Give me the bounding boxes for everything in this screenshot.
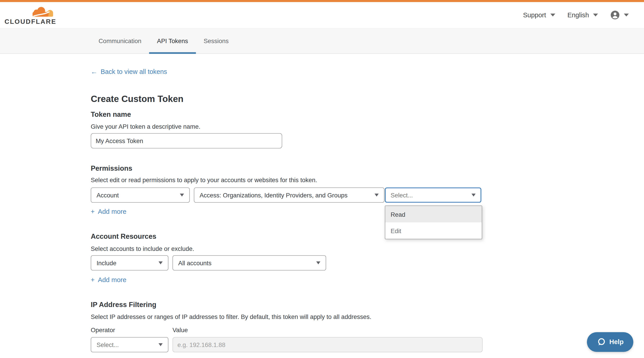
- support-menu[interactable]: Support: [523, 11, 555, 19]
- chevron-down-icon: [159, 343, 163, 346]
- account-resources-heading: Account Resources: [91, 233, 156, 241]
- cloudflare-logo[interactable]: CLOUDFLARE: [4, 6, 54, 26]
- profile-tab-bar: Communication API Tokens Sessions: [0, 28, 644, 54]
- tab-api-tokens[interactable]: API Tokens: [149, 28, 196, 53]
- add-more-link[interactable]: + Add more: [91, 276, 126, 284]
- chevron-down-icon: [593, 14, 598, 17]
- value-label: Value: [172, 326, 188, 333]
- tab-api-tokens-label: API Tokens: [157, 37, 188, 44]
- back-to-tokens-link[interactable]: ← Back to view all tokens: [91, 68, 167, 76]
- permissions-add-more-link: + Add more: [91, 208, 126, 215]
- global-header: CLOUDFLARE Support English: [0, 2, 644, 28]
- cloudflare-profile-api-tokens-page: CLOUDFLARE Support English C: [0, 0, 644, 358]
- dropdown-option-read[interactable]: Read: [385, 206, 482, 222]
- chevron-down-icon: [472, 194, 476, 197]
- permission-access-placeholder: Select...: [391, 192, 413, 199]
- cloudflare-cloud-icon: [31, 6, 54, 18]
- chat-bubble-icon: [597, 337, 606, 346]
- permission-group-select[interactable]: Access: Organizations, Identity Provider…: [194, 188, 384, 203]
- header-menus: Support English: [523, 10, 629, 20]
- tab-communication[interactable]: Communication: [91, 28, 149, 53]
- permission-access-select[interactable]: Select...: [385, 188, 481, 203]
- help-button[interactable]: Help: [587, 332, 634, 352]
- token-name-input[interactable]: [91, 133, 282, 148]
- language-menu[interactable]: English: [568, 11, 598, 19]
- token-name-heading: Token name: [91, 111, 131, 119]
- ip-filtering-heading: IP Address Filtering: [91, 301, 156, 309]
- permission-scope-value: Account: [96, 192, 119, 199]
- ip-operator-select[interactable]: Select...: [91, 337, 168, 352]
- access-level-dropdown-menu: Read Edit: [385, 205, 482, 239]
- brand-accent-bar: [0, 0, 644, 2]
- chevron-down-icon: [316, 261, 320, 264]
- page-viewport: CLOUDFLARE Support English C: [0, 0, 644, 358]
- permission-group-value: Access: Organizations, Identity Provider…: [200, 192, 348, 199]
- arrow-left-icon: ←: [91, 68, 98, 76]
- chevron-down-icon: [159, 261, 163, 264]
- account-resource-value: All accounts: [178, 259, 212, 266]
- dropdown-option-read-label: Read: [391, 211, 406, 218]
- permissions-heading: Permissions: [91, 164, 132, 173]
- chevron-down-icon: [374, 194, 378, 197]
- support-menu-label: Support: [523, 11, 546, 19]
- account-include-value: Include: [96, 259, 116, 266]
- add-more-label: Add more: [98, 276, 126, 284]
- page-title: Create Custom Token: [91, 94, 184, 104]
- dropdown-option-edit-label: Edit: [391, 227, 401, 234]
- tab-sessions-label: Sessions: [204, 37, 229, 44]
- chevron-down-icon: [180, 194, 184, 197]
- ip-filtering-description: Select IP addresses or ranges of IP addr…: [91, 313, 371, 320]
- language-menu-label: English: [568, 11, 589, 19]
- operator-label: Operator: [91, 326, 115, 333]
- account-resources-add-more-link: + Add more: [91, 276, 126, 284]
- account-menu[interactable]: [610, 10, 629, 20]
- user-avatar-icon: [610, 10, 620, 20]
- help-button-label: Help: [610, 338, 624, 346]
- back-link-label: Back to view all tokens: [100, 68, 167, 76]
- token-name-description: Give your API token a descriptive name.: [91, 123, 200, 130]
- chevron-down-icon: [550, 14, 555, 17]
- add-more-link[interactable]: + Add more: [91, 208, 126, 215]
- ip-value-input[interactable]: [172, 337, 483, 352]
- ip-operator-placeholder: Select...: [96, 341, 119, 348]
- cloudflare-wordmark: CLOUDFLARE: [4, 18, 56, 25]
- chevron-down-icon: [624, 14, 629, 17]
- permissions-description: Select edit or read permissions to apply…: [91, 176, 317, 183]
- permission-scope-select[interactable]: Account: [91, 188, 190, 203]
- account-include-select[interactable]: Include: [91, 255, 168, 271]
- account-resource-select[interactable]: All accounts: [172, 255, 326, 271]
- plus-icon: +: [91, 276, 95, 284]
- add-more-label: Add more: [98, 208, 126, 215]
- account-resources-description: Select accounts to include or exclude.: [91, 245, 194, 252]
- tab-communication-label: Communication: [98, 37, 141, 44]
- plus-icon: +: [91, 208, 95, 215]
- tab-sessions[interactable]: Sessions: [196, 28, 236, 53]
- dropdown-option-edit[interactable]: Edit: [385, 222, 482, 239]
